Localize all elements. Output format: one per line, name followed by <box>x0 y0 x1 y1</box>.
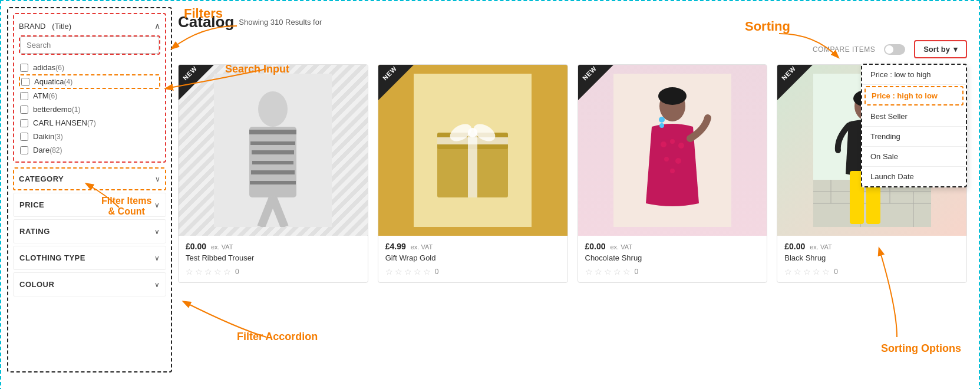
list-item[interactable]: Aquatica (4) <box>19 74 160 89</box>
accordion-label: CLOTHING TYPE <box>19 253 85 262</box>
brand-name: Aquatica <box>34 77 64 86</box>
svg-rect-5 <box>252 150 294 154</box>
star-4: ☆ <box>613 267 621 276</box>
list-item[interactable]: adidas (6) <box>19 61 160 74</box>
sort-option-on-sale[interactable]: On Sale <box>862 147 966 167</box>
brand-checkbox-carlhansen[interactable] <box>20 119 28 127</box>
brand-label: BRAND <box>19 22 46 31</box>
accordion-colour[interactable]: COLOUR ∨ <box>13 272 166 296</box>
svg-point-28 <box>659 117 665 123</box>
product-card: NEW <box>578 64 768 283</box>
star-4: ☆ <box>414 267 421 276</box>
ex-vat-label: ex. VAT <box>411 243 433 250</box>
ex-vat-label: ex. VAT <box>810 243 832 250</box>
product-price: £0.00 ex. VAT <box>585 242 760 251</box>
sort-option-price-low-high[interactable]: Price : low to high <box>862 65 966 85</box>
star-3: ☆ <box>404 267 412 276</box>
product-info: £0.00 ex. VAT Black Shrug ☆ ☆ ☆ ☆ ☆ 0 <box>777 236 966 282</box>
star-4: ☆ <box>813 267 820 276</box>
brand-count: (82) <box>50 146 62 154</box>
brand-checkbox-betterdemo[interactable] <box>20 106 28 114</box>
svg-point-29 <box>659 123 664 128</box>
star-2: ☆ <box>595 267 602 276</box>
main-content: Catalog Showing 310 Results for COMPARE … <box>172 7 973 384</box>
accordion-rating[interactable]: RATING ∨ <box>13 219 166 243</box>
star-1: ☆ <box>186 267 193 276</box>
product-info: £4.99 ex. VAT Gift Wrap Gold ☆ ☆ ☆ ☆ ☆ 0 <box>378 236 567 282</box>
brand-checkbox-atm[interactable] <box>20 92 28 100</box>
sort-dropdown: Price : low to high Price : high to low … <box>861 64 967 187</box>
chevron-down-icon: ∨ <box>154 254 160 262</box>
star-1: ☆ <box>585 267 593 276</box>
brand-count: (4) <box>64 78 73 86</box>
svg-rect-15 <box>437 137 508 144</box>
brand-search-input[interactable] <box>20 37 159 54</box>
product-card: NEW <box>178 64 368 283</box>
product-info: £0.00 ex. VAT Chocolate Shrug ☆ ☆ ☆ ☆ ☆ … <box>578 236 767 282</box>
chevron-down-icon: ∨ <box>154 201 160 209</box>
brand-name: Dare <box>33 146 50 154</box>
brand-checkbox-dare[interactable] <box>20 146 28 154</box>
brand-checkbox-adidas[interactable] <box>20 64 28 72</box>
product-card: NEW <box>378 64 568 283</box>
list-item[interactable]: Dare (82) <box>19 143 160 157</box>
brand-filter-list: adidas (6) Aquatica (4) ATM (6) betterde… <box>19 61 160 157</box>
list-item[interactable]: ATM (6) <box>19 89 160 103</box>
brand-subtitle: (Title) <box>52 22 71 31</box>
star-2: ☆ <box>195 267 203 276</box>
svg-point-25 <box>664 157 669 161</box>
product-image: NEW <box>179 65 368 236</box>
star-2: ☆ <box>395 267 402 276</box>
star-3: ☆ <box>803 267 811 276</box>
sort-by-label: Sort by <box>923 45 950 54</box>
sort-by-button[interactable]: Sort by ▾ <box>914 40 967 58</box>
list-item[interactable]: betterdemo (1) <box>19 103 160 116</box>
svg-rect-3 <box>249 130 296 134</box>
star-5: ☆ <box>822 267 830 276</box>
chevron-down-icon: ∨ <box>155 175 160 183</box>
catalog-title: Catalog <box>178 13 234 31</box>
accordion-category[interactable]: CATEGORY ∨ <box>13 167 166 190</box>
star-4: ☆ <box>214 267 222 276</box>
sort-option-price-high-low[interactable]: Price : high to low <box>864 86 963 106</box>
brand-count: (3) <box>54 133 63 141</box>
brand-count: (1) <box>72 106 81 114</box>
brand-collapse-icon[interactable]: ∧ <box>154 21 160 31</box>
product-name: Test Ribbed Trouser <box>186 253 361 262</box>
brand-checkbox-daikin[interactable] <box>20 133 28 141</box>
list-item[interactable]: CARL HANSEN (7) <box>19 116 160 130</box>
chevron-down-icon: ∨ <box>154 281 160 289</box>
brand-checkbox-aquatica[interactable] <box>21 78 29 86</box>
accordion-clothing-type[interactable]: CLOTHING TYPE ∨ <box>13 246 166 270</box>
chevron-down-icon: ∨ <box>154 228 160 236</box>
brand-name: CARL HANSEN <box>33 118 87 127</box>
sort-option-trending[interactable]: Trending <box>862 127 966 147</box>
svg-point-24 <box>678 143 684 149</box>
sort-option-launch-date[interactable]: Launch Date <box>862 167 966 186</box>
brand-count: (6) <box>48 92 57 100</box>
svg-point-27 <box>670 169 675 173</box>
list-item[interactable]: Daikin (3) <box>19 130 160 143</box>
compare-items-label: COMPARE ITEMS <box>813 45 875 54</box>
star-3: ☆ <box>604 267 612 276</box>
brand-name: adidas <box>33 63 55 72</box>
star-5: ☆ <box>423 267 431 276</box>
product-rating: ☆ ☆ ☆ ☆ ☆ 0 <box>585 267 760 276</box>
accordion-label: CATEGORY <box>19 174 64 183</box>
accordion-price[interactable]: PRICE ∨ <box>13 193 166 217</box>
star-2: ☆ <box>794 267 801 276</box>
sort-chevron-icon: ▾ <box>953 45 958 54</box>
product-image: NEW <box>378 65 567 236</box>
product-price: £0.00 ex. VAT <box>784 242 959 251</box>
star-1: ☆ <box>784 267 792 276</box>
rating-count: 0 <box>635 268 639 276</box>
star-5: ☆ <box>223 267 231 276</box>
product-name: Black Shrug <box>784 253 959 262</box>
brand-name: betterdemo <box>33 105 72 114</box>
product-rating: ☆ ☆ ☆ ☆ ☆ 0 <box>186 267 361 276</box>
sort-option-best-seller[interactable]: Best Seller <box>862 107 966 127</box>
sidebar: BRAND (Title) ∧ adidas (6) A <box>7 7 172 372</box>
toolbar: COMPARE ITEMS Sort by ▾ Price : low to h… <box>178 40 967 64</box>
brand-header: BRAND (Title) ∧ <box>19 19 160 35</box>
compare-toggle[interactable] <box>884 44 905 55</box>
